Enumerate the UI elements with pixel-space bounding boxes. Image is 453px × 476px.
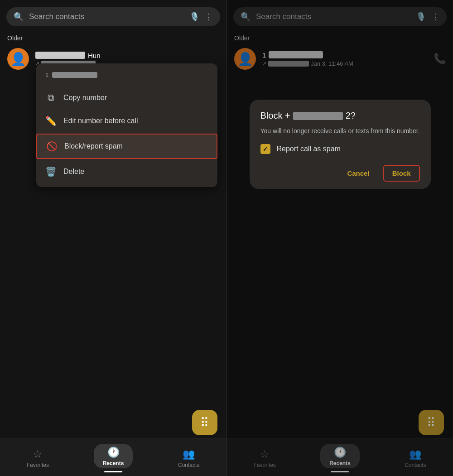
spam-checkbox-label: Report call as spam <box>277 145 341 153</box>
star-icon-left: ☆ <box>33 448 42 460</box>
mic-icon-left[interactable]: 🎙️ <box>189 12 199 22</box>
dialog-title-suffix: 2? <box>346 111 356 121</box>
check-icon: ✓ <box>263 145 268 153</box>
dialog-number-blur <box>293 112 343 120</box>
contact-name-suffix-left: Hun <box>88 52 101 59</box>
edit-icon: ✏️ <box>45 115 56 126</box>
copy-number-item[interactable]: ⧉ Copy number <box>36 86 217 109</box>
clock-icon-left: 🕐 <box>107 447 120 458</box>
block-dialog: Block + 2? You will no longer receive ca… <box>250 100 431 189</box>
block-report-item[interactable]: 🚫 Block/report spam <box>36 134 217 159</box>
nav-recents-label-left: Recents <box>103 460 124 466</box>
block-button[interactable]: Block <box>383 165 420 182</box>
context-divider-1 <box>36 84 217 84</box>
nav-contacts-left[interactable]: 👥 Contacts <box>151 447 226 470</box>
contact-name-blur-left <box>35 52 85 59</box>
spam-checkbox[interactable]: ✓ <box>260 144 270 154</box>
search-bar-left[interactable]: 🔍 Search contacts 🎙️ ⋮ <box>6 7 220 26</box>
delete-icon: 🗑️ <box>45 166 56 177</box>
right-panel: 🔍 Search contacts 🎙️ ⋮ Older 👤 1 ↗ Jan 3… <box>226 0 453 476</box>
more-icon-left[interactable]: ⋮ <box>205 12 213 22</box>
context-menu: 1 ⧉ Copy number ✏️ Edit number before ca… <box>36 63 217 187</box>
nav-underline-left <box>104 471 122 472</box>
context-number-blur <box>52 72 97 78</box>
recents-pill-left: 🕐 Recents <box>94 444 133 468</box>
section-label-left: Older <box>0 31 226 44</box>
block-report-label: Block/report spam <box>64 142 123 150</box>
spam-checkbox-row[interactable]: ✓ Report call as spam <box>260 144 420 154</box>
cancel-button[interactable]: Cancel <box>342 165 374 182</box>
bottom-nav-left: ☆ Favorites 🕐 Recents 👥 Contacts <box>0 438 226 476</box>
dialog-actions: Cancel Block <box>260 165 420 182</box>
block-icon: 🚫 <box>46 141 57 152</box>
context-number-prefix: 1 <box>45 72 48 78</box>
nav-favorites-left[interactable]: ☆ Favorites <box>0 447 76 470</box>
nav-recents-left[interactable]: 🕐 Recents <box>76 442 151 474</box>
copy-icon: ⧉ <box>45 92 56 103</box>
person-icon-left: 👤 <box>10 52 26 67</box>
dialog-title: Block + 2? <box>260 111 420 121</box>
nav-favorites-label-left: Favorites <box>27 462 49 468</box>
left-panel: 🔍 Search contacts 🎙️ ⋮ Older 👤 Hun ↗ 1 <box>0 0 226 476</box>
contacts-icon-left: 👥 <box>183 448 195 460</box>
edit-number-item[interactable]: ✏️ Edit number before call <box>36 109 217 133</box>
edit-number-label: Edit number before call <box>63 117 138 125</box>
dialpad-icon-left: ⠿ <box>200 416 210 430</box>
delete-item[interactable]: 🗑️ Delete <box>36 160 217 183</box>
dialog-title-prefix: Block + <box>260 111 290 121</box>
search-input-left[interactable]: Search contacts <box>29 12 184 21</box>
copy-number-label: Copy number <box>63 94 107 102</box>
avatar-left: 👤 <box>7 48 29 70</box>
nav-contacts-label-left: Contacts <box>178 462 199 468</box>
context-number-row: 1 <box>36 67 217 82</box>
delete-label: Delete <box>63 168 84 176</box>
fab-left[interactable]: ⠿ <box>192 410 217 435</box>
dialog-body: You will no longer receive calls or text… <box>260 126 420 136</box>
search-icon-left: 🔍 <box>14 12 24 22</box>
dialog-overlay: Block + 2? You will no longer receive ca… <box>227 0 453 476</box>
